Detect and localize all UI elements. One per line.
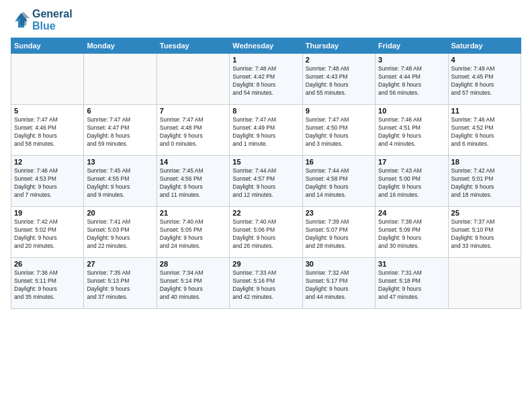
logo: General Blue <box>11 8 73 32</box>
weekday-header-sunday: Sunday <box>11 38 84 54</box>
day-number: 25 <box>451 209 518 217</box>
weekday-header-row: SundayMondayTuesdayWednesdayThursdayFrid… <box>11 38 521 54</box>
day-number: 18 <box>451 158 518 166</box>
day-info: Sunrise: 7:41 AM Sunset: 5:03 PM Dayligh… <box>87 218 153 250</box>
day-cell: 14Sunrise: 7:45 AM Sunset: 4:56 PM Dayli… <box>157 156 229 207</box>
day-info: Sunrise: 7:42 AM Sunset: 5:02 PM Dayligh… <box>14 218 81 250</box>
day-cell: 5Sunrise: 7:47 AM Sunset: 4:46 PM Daylig… <box>11 105 84 156</box>
day-number: 23 <box>306 209 372 217</box>
day-cell: 1Sunrise: 7:48 AM Sunset: 4:42 PM Daylig… <box>230 54 302 105</box>
day-cell: 25Sunrise: 7:37 AM Sunset: 5:10 PM Dayli… <box>448 207 521 258</box>
day-cell: 20Sunrise: 7:41 AM Sunset: 5:03 PM Dayli… <box>84 207 157 258</box>
day-info: Sunrise: 7:43 AM Sunset: 5:00 PM Dayligh… <box>378 167 445 199</box>
day-number: 1 <box>232 56 299 64</box>
day-number: 12 <box>14 158 81 166</box>
day-info: Sunrise: 7:46 AM Sunset: 4:52 PM Dayligh… <box>451 116 518 148</box>
day-number: 11 <box>451 107 518 115</box>
day-cell: 2Sunrise: 7:48 AM Sunset: 4:43 PM Daylig… <box>302 54 375 105</box>
day-cell: 3Sunrise: 7:48 AM Sunset: 4:44 PM Daylig… <box>375 54 448 105</box>
day-cell <box>157 54 229 105</box>
day-info: Sunrise: 7:44 AM Sunset: 4:58 PM Dayligh… <box>306 167 372 199</box>
day-number: 4 <box>451 56 518 64</box>
day-info: Sunrise: 7:46 AM Sunset: 4:51 PM Dayligh… <box>378 116 445 148</box>
day-cell: 6Sunrise: 7:47 AM Sunset: 4:47 PM Daylig… <box>84 105 157 156</box>
day-cell: 10Sunrise: 7:46 AM Sunset: 4:51 PM Dayli… <box>375 105 448 156</box>
day-number: 6 <box>87 107 153 115</box>
day-info: Sunrise: 7:47 AM Sunset: 4:46 PM Dayligh… <box>14 116 81 148</box>
day-cell: 28Sunrise: 7:34 AM Sunset: 5:14 PM Dayli… <box>157 258 229 309</box>
day-cell: 30Sunrise: 7:32 AM Sunset: 5:17 PM Dayli… <box>302 258 375 309</box>
day-cell: 17Sunrise: 7:43 AM Sunset: 5:00 PM Dayli… <box>375 156 448 207</box>
day-number: 20 <box>87 209 153 217</box>
day-number: 21 <box>160 209 226 217</box>
day-number: 16 <box>306 158 372 166</box>
weekday-header-tuesday: Tuesday <box>157 38 229 54</box>
day-info: Sunrise: 7:48 AM Sunset: 4:42 PM Dayligh… <box>232 65 299 97</box>
day-cell: 16Sunrise: 7:44 AM Sunset: 4:58 PM Dayli… <box>302 156 375 207</box>
weekday-header-friday: Friday <box>375 38 448 54</box>
day-number: 3 <box>378 56 445 64</box>
day-cell: 21Sunrise: 7:40 AM Sunset: 5:05 PM Dayli… <box>157 207 229 258</box>
day-cell: 23Sunrise: 7:39 AM Sunset: 5:07 PM Dayli… <box>302 207 375 258</box>
day-info: Sunrise: 7:45 AM Sunset: 4:56 PM Dayligh… <box>160 167 226 199</box>
day-number: 31 <box>378 260 445 268</box>
day-info: Sunrise: 7:47 AM Sunset: 4:50 PM Dayligh… <box>306 116 372 148</box>
day-number: 2 <box>306 56 372 64</box>
day-cell: 29Sunrise: 7:33 AM Sunset: 5:16 PM Dayli… <box>230 258 302 309</box>
day-info: Sunrise: 7:31 AM Sunset: 5:18 PM Dayligh… <box>378 269 445 302</box>
day-info: Sunrise: 7:42 AM Sunset: 5:01 PM Dayligh… <box>451 167 518 199</box>
day-info: Sunrise: 7:33 AM Sunset: 5:16 PM Dayligh… <box>232 269 299 302</box>
logo-icon <box>11 11 30 30</box>
day-info: Sunrise: 7:38 AM Sunset: 5:09 PM Dayligh… <box>378 218 445 250</box>
day-info: Sunrise: 7:44 AM Sunset: 4:57 PM Dayligh… <box>232 167 299 199</box>
day-info: Sunrise: 7:47 AM Sunset: 4:48 PM Dayligh… <box>160 116 226 148</box>
day-number: 28 <box>160 260 226 268</box>
day-info: Sunrise: 7:45 AM Sunset: 4:55 PM Dayligh… <box>87 167 153 199</box>
calendar: SundayMondayTuesdayWednesdayThursdayFrid… <box>11 38 521 309</box>
day-cell: 19Sunrise: 7:42 AM Sunset: 5:02 PM Dayli… <box>11 207 84 258</box>
day-cell: 24Sunrise: 7:38 AM Sunset: 5:09 PM Dayli… <box>375 207 448 258</box>
day-cell: 22Sunrise: 7:40 AM Sunset: 5:06 PM Dayli… <box>230 207 302 258</box>
week-row-2: 5Sunrise: 7:47 AM Sunset: 4:46 PM Daylig… <box>11 105 521 156</box>
day-number: 10 <box>378 107 445 115</box>
day-number: 7 <box>160 107 226 115</box>
day-cell: 4Sunrise: 7:48 AM Sunset: 4:45 PM Daylig… <box>448 54 521 105</box>
day-cell: 7Sunrise: 7:47 AM Sunset: 4:48 PM Daylig… <box>157 105 229 156</box>
header: General Blue <box>11 8 521 32</box>
weekday-header-saturday: Saturday <box>448 38 521 54</box>
day-info: Sunrise: 7:47 AM Sunset: 4:49 PM Dayligh… <box>232 116 299 148</box>
day-cell: 27Sunrise: 7:35 AM Sunset: 5:13 PM Dayli… <box>84 258 157 309</box>
day-info: Sunrise: 7:47 AM Sunset: 4:47 PM Dayligh… <box>87 116 153 148</box>
day-number: 29 <box>232 260 299 268</box>
day-cell: 12Sunrise: 7:46 AM Sunset: 4:53 PM Dayli… <box>11 156 84 207</box>
day-number: 17 <box>378 158 445 166</box>
weekday-header-wednesday: Wednesday <box>230 38 302 54</box>
day-info: Sunrise: 7:36 AM Sunset: 5:11 PM Dayligh… <box>14 269 81 302</box>
day-cell: 13Sunrise: 7:45 AM Sunset: 4:55 PM Dayli… <box>84 156 157 207</box>
day-cell: 18Sunrise: 7:42 AM Sunset: 5:01 PM Dayli… <box>448 156 521 207</box>
logo-text: General Blue <box>32 8 73 32</box>
day-number: 14 <box>160 158 226 166</box>
day-cell <box>448 258 521 309</box>
day-number: 30 <box>306 260 372 268</box>
day-number: 8 <box>232 107 299 115</box>
day-info: Sunrise: 7:34 AM Sunset: 5:14 PM Dayligh… <box>160 269 226 302</box>
day-number: 5 <box>14 107 81 115</box>
page: General Blue SundayMondayTuesdayWednesda… <box>0 0 532 411</box>
day-number: 24 <box>378 209 445 217</box>
day-number: 27 <box>87 260 153 268</box>
day-number: 15 <box>232 158 299 166</box>
day-info: Sunrise: 7:39 AM Sunset: 5:07 PM Dayligh… <box>306 218 372 250</box>
day-info: Sunrise: 7:40 AM Sunset: 5:05 PM Dayligh… <box>160 218 226 250</box>
day-cell: 31Sunrise: 7:31 AM Sunset: 5:18 PM Dayli… <box>375 258 448 309</box>
day-number: 13 <box>87 158 153 166</box>
day-info: Sunrise: 7:40 AM Sunset: 5:06 PM Dayligh… <box>232 218 299 250</box>
day-number: 22 <box>232 209 299 217</box>
weekday-header-thursday: Thursday <box>302 38 375 54</box>
day-cell <box>84 54 157 105</box>
day-number: 26 <box>14 260 81 268</box>
week-row-4: 19Sunrise: 7:42 AM Sunset: 5:02 PM Dayli… <box>11 207 521 258</box>
weekday-header-monday: Monday <box>84 38 157 54</box>
day-cell: 26Sunrise: 7:36 AM Sunset: 5:11 PM Dayli… <box>11 258 84 309</box>
week-row-3: 12Sunrise: 7:46 AM Sunset: 4:53 PM Dayli… <box>11 156 521 207</box>
